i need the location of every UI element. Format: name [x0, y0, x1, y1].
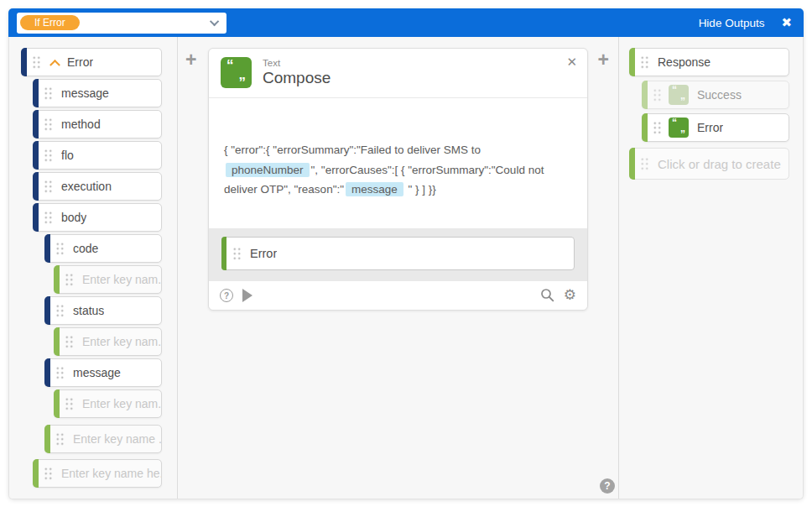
- tree-item[interactable]: Error: [21, 48, 162, 76]
- item-label: code: [73, 242, 98, 255]
- output-item[interactable]: “ ” Success: [642, 81, 789, 109]
- compose-card: “ ” Text Compose ✕ { "error":{ "errorSum…: [208, 48, 588, 311]
- drag-handle-icon[interactable]: [55, 432, 65, 446]
- add-node-right-button[interactable]: +: [598, 50, 609, 70]
- play-icon[interactable]: [242, 289, 252, 302]
- item-label: Response: [658, 55, 710, 69]
- drag-handle-icon[interactable]: [55, 366, 65, 379]
- quote-close-glyph: ”: [680, 128, 685, 140]
- compose-card-header: “ ” Text Compose ✕: [209, 49, 587, 98]
- tree-item[interactable]: status: [44, 296, 162, 325]
- item-color-bar: [44, 296, 50, 325]
- editor-column: + + “ ” Text Compose ✕ { "error":{ "erro…: [178, 37, 618, 499]
- item-color-bar: [629, 48, 635, 76]
- drag-handle-icon[interactable]: [55, 304, 65, 317]
- variable-token[interactable]: phoneNumber: [226, 163, 310, 177]
- node-type-label: Text: [263, 58, 331, 68]
- item-color-bar: [33, 141, 39, 170]
- drag-handle-icon[interactable]: [640, 55, 649, 69]
- output-item[interactable]: Response: [629, 48, 789, 76]
- drag-handle-icon[interactable]: [44, 86, 53, 100]
- item-label: flo: [61, 149, 74, 162]
- quote-close-glyph: ”: [239, 75, 247, 91]
- item-label: body: [61, 211, 86, 224]
- collapse-caret-icon[interactable]: [49, 59, 60, 70]
- item-label: Enter key nam...: [82, 335, 161, 348]
- tree-item[interactable]: flo: [33, 141, 162, 170]
- drag-handle-icon[interactable]: [65, 273, 74, 286]
- item-label: message: [73, 366, 121, 379]
- item-color-bar: [33, 79, 39, 107]
- item-color-bar: [642, 113, 648, 142]
- output-field-label: Error: [250, 247, 277, 260]
- drag-handle-icon[interactable]: [653, 88, 662, 102]
- tree-item[interactable]: Enter key nam...: [54, 327, 162, 356]
- text-compose-icon: “ ”: [221, 57, 252, 88]
- item-color-bar: [33, 110, 39, 138]
- quote-open-glyph: “: [672, 117, 677, 128]
- item-color-bar: [44, 234, 50, 263]
- item-label: Enter key name ...: [73, 432, 161, 446]
- output-item[interactable]: “ ” Error: [642, 113, 789, 142]
- compose-body[interactable]: { "error":{ "errorSummary":"Failed to de…: [209, 98, 587, 228]
- drag-handle-icon[interactable]: [65, 335, 74, 348]
- item-label: method: [61, 118, 101, 131]
- outputs-panel-window: If Error Hide Outputs ✖ Error message me…: [8, 8, 804, 499]
- gear-icon[interactable]: ⚙: [564, 288, 576, 302]
- output-item[interactable]: Click or drag to create: [629, 148, 789, 180]
- output-field-row[interactable]: Error: [221, 237, 575, 270]
- search-icon[interactable]: [540, 288, 554, 302]
- tree-item[interactable]: message: [44, 358, 162, 387]
- branch-selector-dropdown[interactable]: If Error: [17, 13, 226, 34]
- drag-handle-icon[interactable]: [44, 211, 53, 224]
- item-color-bar: [33, 203, 39, 232]
- item-color-bar: [54, 265, 60, 294]
- tree-item[interactable]: Enter key nam...: [54, 265, 162, 294]
- item-color-bar: [54, 327, 60, 356]
- node-title: Compose: [263, 69, 331, 87]
- tree-item[interactable]: method: [33, 110, 162, 138]
- hide-outputs-button[interactable]: Hide Outputs: [699, 17, 765, 29]
- drag-handle-icon[interactable]: [55, 242, 65, 255]
- item-color-bar: [642, 81, 648, 109]
- drag-handle-icon[interactable]: [44, 118, 53, 131]
- drag-handle-icon[interactable]: [44, 180, 53, 193]
- drag-handle-icon[interactable]: [232, 247, 242, 260]
- body-text: { "error":{ "errorSummary":"Failed to de…: [224, 144, 481, 156]
- variables-tree: Error message method flo execution body …: [9, 37, 178, 499]
- tree-item[interactable]: body: [33, 203, 162, 232]
- drag-handle-icon[interactable]: [32, 55, 41, 69]
- tree-item[interactable]: Enter key name he...: [33, 459, 162, 488]
- title-bar: If Error Hide Outputs ✖: [8, 8, 804, 37]
- tree-item[interactable]: message: [33, 79, 162, 107]
- drag-handle-icon[interactable]: [640, 157, 649, 170]
- drag-handle-icon[interactable]: [65, 397, 74, 410]
- item-color-bar: [44, 358, 50, 387]
- add-node-left-button[interactable]: +: [185, 50, 196, 70]
- chevron-down-icon: [210, 17, 219, 26]
- help-icon[interactable]: ?: [220, 289, 233, 302]
- item-color-bar: [33, 172, 39, 201]
- item-label: Enter key nam...: [82, 397, 161, 410]
- tree-item[interactable]: code: [44, 234, 162, 263]
- help-icon-bottom[interactable]: ?: [600, 478, 615, 494]
- drag-handle-icon[interactable]: [653, 121, 662, 134]
- tree-item[interactable]: Enter key nam...: [54, 389, 162, 418]
- quote-close-glyph: ”: [680, 96, 685, 107]
- compose-card-titles: Text Compose: [263, 58, 331, 87]
- panel-body: Error message method flo execution body …: [8, 37, 804, 499]
- variable-token[interactable]: message: [346, 182, 403, 196]
- tree-item[interactable]: execution: [33, 172, 162, 201]
- text-compose-icon: “ ”: [669, 85, 689, 105]
- item-label: Success: [697, 88, 742, 102]
- item-label: Click or drag to create: [658, 157, 781, 171]
- item-color-bar: [44, 425, 50, 453]
- item-color-bar: [33, 459, 39, 488]
- drag-handle-icon[interactable]: [44, 467, 53, 480]
- drag-handle-icon[interactable]: [44, 149, 53, 162]
- close-icon[interactable]: ✖: [781, 15, 792, 30]
- body-text: " } ] }}: [405, 183, 436, 196]
- item-label: message: [61, 86, 109, 100]
- close-card-icon[interactable]: ✕: [566, 55, 577, 70]
- tree-item[interactable]: Enter key name ...: [44, 425, 162, 453]
